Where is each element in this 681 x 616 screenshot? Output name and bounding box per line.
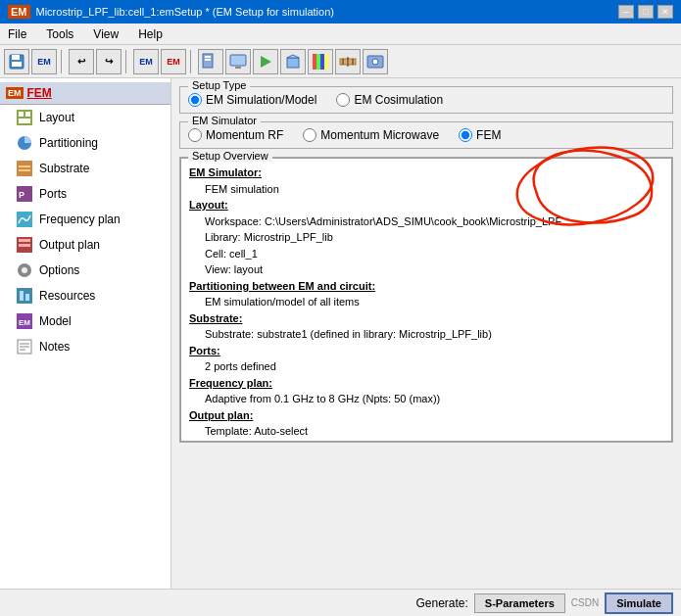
- 3d-view-button[interactable]: [280, 49, 306, 74]
- menu-help[interactable]: Help: [134, 25, 167, 43]
- svg-point-20: [372, 59, 378, 65]
- generate-label: Generate:: [415, 596, 467, 610]
- ports-icon: P: [16, 185, 33, 203]
- setup-overview-content[interactable]: EM Simulator: FEM simulation Layout: Wor…: [180, 158, 672, 442]
- sidebar-item-options[interactable]: Options: [0, 258, 170, 283]
- model-icon: EM: [16, 312, 33, 330]
- sidebar-item-substrate[interactable]: Substrate: [0, 156, 170, 181]
- sidebar-item-notes[interactable]: Notes: [0, 334, 170, 359]
- menu-view[interactable]: View: [89, 25, 122, 43]
- em-sim-option[interactable]: EM Simulation/Model: [188, 93, 316, 107]
- partition-icon: [16, 134, 33, 152]
- fem-option[interactable]: FEM: [459, 128, 501, 142]
- menu-file[interactable]: File: [4, 25, 30, 43]
- svg-text:P: P: [19, 190, 24, 200]
- cell-value: Cell: cell_1: [205, 246, 663, 262]
- layout-label: Layout: [39, 111, 74, 124]
- substrate-value: Substrate: substrate1 (defined in librar…: [205, 326, 663, 343]
- notes-label: Notes: [39, 340, 70, 354]
- library-value: Library: Microstrip_LPF_lib: [205, 229, 663, 246]
- svg-rect-26: [17, 161, 32, 176]
- sidebar: EM FEM Layout Partitioning Substrate: [0, 78, 171, 589]
- sidebar-em-icon: EM: [6, 87, 24, 99]
- screenshot-button[interactable]: [363, 49, 388, 74]
- svg-rect-12: [316, 54, 320, 70]
- svg-rect-33: [19, 239, 30, 242]
- em-cosim-radio[interactable]: [336, 93, 350, 107]
- redo-button[interactable]: ↪: [96, 49, 122, 74]
- template-value: Template: Auto-select: [205, 423, 663, 440]
- colormap-button[interactable]: [308, 49, 333, 74]
- options-icon: [16, 261, 33, 279]
- svg-rect-6: [230, 55, 246, 66]
- minimize-button[interactable]: ─: [618, 5, 634, 19]
- svg-rect-34: [19, 244, 30, 247]
- save-button[interactable]: [4, 49, 29, 74]
- svg-rect-5: [205, 59, 211, 61]
- em-run-button[interactable]: EM: [161, 49, 186, 74]
- fem-radio[interactable]: [459, 128, 472, 142]
- output-header: Output plan:: [189, 409, 253, 421]
- content-area: Setup Type EM Simulation/Model EM Cosimu…: [171, 78, 681, 589]
- em-simulator-options: Momentum RF Momentum Microwave FEM: [188, 128, 664, 142]
- resources-label: Resources: [39, 289, 95, 303]
- undo-button[interactable]: ↩: [69, 49, 94, 74]
- sidebar-item-ports[interactable]: P Ports: [0, 181, 170, 207]
- em-cosim-option[interactable]: EM Cosimulation: [336, 93, 443, 107]
- notes-icon: [16, 338, 33, 355]
- frequency-icon: [16, 211, 33, 228]
- s-parameters-button[interactable]: S-Parameters: [474, 593, 565, 613]
- options-label: Options: [39, 263, 79, 277]
- frequency-label: Frequency plan: [39, 213, 121, 226]
- svg-text:EM: EM: [19, 318, 30, 327]
- ports-label: Ports: [39, 187, 67, 201]
- svg-rect-23: [25, 112, 30, 117]
- import-button[interactable]: [198, 49, 223, 74]
- sidebar-item-model[interactable]: EM Model: [0, 308, 170, 334]
- output-icon: [16, 236, 33, 254]
- momentum-rf-label: Momentum RF: [206, 128, 283, 142]
- em-setup-button[interactable]: EM: [133, 49, 159, 74]
- overview-label: Setup Overview: [188, 150, 272, 162]
- em-simulator-label: EM Simulator: [188, 115, 261, 126]
- momentum-rf-option[interactable]: Momentum RF: [188, 128, 283, 142]
- momentum-mw-option[interactable]: Momentum Microwave: [303, 128, 439, 142]
- status-bar: Generate: S-Parameters CSDN Simulate: [0, 589, 681, 616]
- em-sim-label: EM Simulation/Model: [206, 93, 316, 107]
- freq-value: Adaptive from 0.1 GHz to 8 GHz (Npts: 50…: [205, 391, 663, 407]
- em-open-button[interactable]: EM: [31, 49, 57, 74]
- svg-rect-13: [320, 54, 324, 70]
- measure-button[interactable]: [335, 49, 361, 74]
- svg-rect-4: [205, 56, 211, 58]
- toolbar-separator-1: [61, 50, 65, 73]
- fem-label: FEM: [476, 128, 501, 142]
- close-button[interactable]: ✕: [657, 5, 673, 19]
- momentum-rf-radio[interactable]: [188, 128, 202, 142]
- svg-rect-2: [12, 62, 22, 67]
- momentum-mw-radio[interactable]: [303, 128, 316, 142]
- sidebar-fem-label: FEM: [27, 86, 52, 100]
- sidebar-item-layout[interactable]: Layout: [0, 105, 170, 130]
- substrate-icon: [16, 160, 33, 177]
- sidebar-item-output[interactable]: Output plan: [0, 232, 170, 258]
- window-title: Microstrip_LPF_lib:cell_1:emSetup * (EM …: [36, 6, 613, 18]
- svg-rect-9: [287, 58, 299, 68]
- overview-wrapper: Setup Overview EM Simulator: FEM simulat…: [179, 157, 673, 443]
- display-button[interactable]: [225, 49, 251, 74]
- menu-bar: File Tools View Help: [0, 24, 681, 45]
- em-sim-radio[interactable]: [188, 93, 202, 107]
- sidebar-item-partitioning[interactable]: Partitioning: [0, 130, 170, 156]
- sidebar-item-frequency[interactable]: Frequency plan: [0, 207, 170, 232]
- ports-header: Ports:: [189, 345, 220, 356]
- sidebar-tree-header[interactable]: EM FEM: [0, 82, 170, 105]
- sim-value: FEM simulation: [205, 181, 663, 198]
- main-layout: EM FEM Layout Partitioning Substrate: [0, 78, 681, 589]
- workspace-value: Workspace: C:\Users\Administrator\ADS_SI…: [205, 213, 663, 230]
- menu-tools[interactable]: Tools: [42, 25, 77, 43]
- em-cosim-label: EM Cosimulation: [354, 93, 443, 107]
- maximize-button[interactable]: □: [638, 5, 654, 19]
- svg-rect-28: [19, 169, 30, 171]
- run-sim-button[interactable]: [253, 49, 278, 74]
- simulate-button[interactable]: Simulate: [605, 592, 673, 614]
- sidebar-item-resources[interactable]: Resources: [0, 283, 170, 308]
